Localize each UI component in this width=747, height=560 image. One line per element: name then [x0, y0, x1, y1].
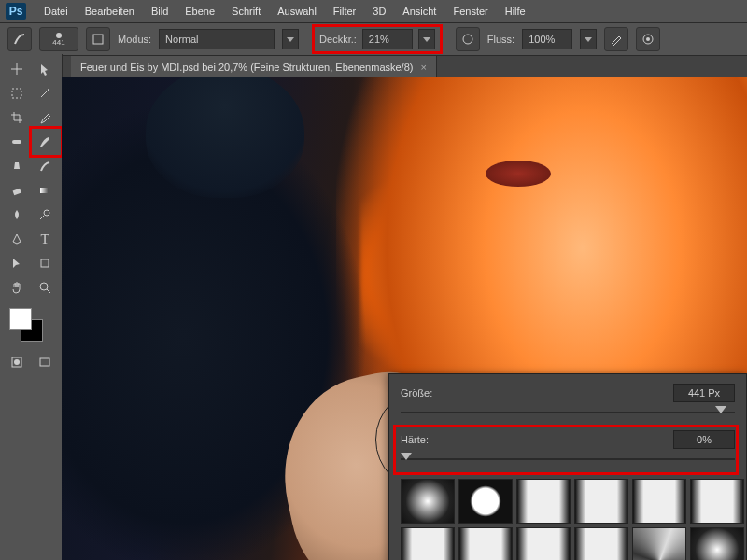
blur-tool[interactable]	[4, 203, 30, 226]
menu-bearbeiten[interactable]: Bearbeiten	[77, 6, 143, 17]
tools-panel: T	[0, 54, 63, 560]
opacity-label: Deckkr.:	[319, 34, 357, 45]
size-field[interactable]: 441 Px	[673, 384, 735, 402]
quickmask-icon[interactable]	[4, 351, 30, 373]
menu-3d[interactable]: 3D	[364, 6, 394, 17]
blend-mode-select[interactable]: Normal	[159, 29, 275, 49]
menu-ansicht[interactable]: Ansicht	[394, 6, 444, 17]
path-selection-tool[interactable]	[4, 252, 30, 274]
document-tab[interactable]: Feuer und Eis by MDI.psd bei 20,7% (Fein…	[71, 56, 437, 78]
opacity-chevron[interactable]	[418, 29, 435, 49]
hand-tool[interactable]	[4, 276, 30, 299]
brush-tip[interactable]	[458, 479, 513, 524]
svg-point-3	[646, 37, 650, 41]
menu-fenster[interactable]: Fenster	[444, 6, 496, 17]
photoshop-logo: Ps	[6, 3, 26, 20]
brush-preset-panel: Größe: 441 Px Härte: 0%	[388, 373, 747, 560]
pen-tool[interactable]	[4, 228, 30, 250]
brush-tip[interactable]	[401, 479, 455, 524]
document-tab-bar: Feuer und Eis by MDI.psd bei 20,7% (Fein…	[0, 56, 747, 78]
blend-mode-chevron[interactable]	[282, 29, 299, 49]
image-lips	[486, 161, 551, 187]
eyedropper-tool[interactable]	[32, 106, 58, 129]
pressure-size-icon[interactable]	[636, 27, 660, 51]
menu-schrift[interactable]: Schrift	[223, 6, 269, 17]
airbrush-icon[interactable]	[604, 27, 628, 51]
brush-tip[interactable]	[690, 527, 744, 560]
clone-stamp-tool[interactable]	[4, 155, 30, 177]
healing-brush-tool[interactable]	[4, 131, 30, 153]
hardness-field[interactable]: 0%	[673, 430, 735, 449]
brush-tip[interactable]	[401, 527, 455, 560]
gradient-tool[interactable]	[32, 179, 58, 202]
menu-filter[interactable]: Filter	[325, 6, 364, 17]
selection-tool[interactable]	[32, 58, 58, 80]
brush-tip-grid	[401, 479, 746, 560]
svg-point-11	[40, 283, 48, 290]
document-canvas[interactable]: Größe: 441 Px Härte: 0%	[62, 77, 747, 560]
menu-datei[interactable]: Datei	[35, 6, 77, 17]
brush-tip[interactable]	[632, 527, 686, 560]
options-bar: 441 Modus: Normal Deckkr.: 21% Fluss: 10…	[0, 23, 747, 56]
flow-field[interactable]: 100%	[522, 29, 572, 49]
size-label: Größe:	[401, 387, 453, 399]
brush-preset-picker[interactable]: 441	[39, 27, 78, 51]
brush-tip[interactable]	[516, 479, 571, 524]
brush-tool[interactable]	[32, 131, 58, 153]
svg-rect-0	[93, 35, 103, 44]
brush-tip[interactable]	[632, 479, 686, 524]
magic-wand-tool[interactable]	[32, 82, 58, 105]
opacity-field[interactable]: 21%	[362, 29, 413, 49]
menu-hilfe[interactable]: Hilfe	[497, 6, 534, 17]
svg-point-9	[44, 210, 49, 216]
pressure-opacity-icon[interactable]	[456, 27, 480, 51]
hardness-slider[interactable]	[401, 451, 735, 468]
flow-chevron[interactable]	[580, 29, 597, 49]
shape-tool[interactable]	[32, 252, 58, 274]
document-title: Feuer und Eis by MDI.psd bei 20,7% (Fein…	[80, 62, 413, 73]
close-tab-icon[interactable]: ×	[420, 62, 426, 73]
image-beard	[146, 77, 304, 198]
foreground-color-swatch[interactable]	[9, 308, 32, 330]
eraser-tool[interactable]	[4, 179, 30, 202]
svg-rect-7	[13, 189, 21, 195]
menu-bar: Ps Datei Bearbeiten Bild Ebene Schrift A…	[0, 0, 747, 23]
svg-rect-14	[40, 358, 49, 366]
tool-preset-icon[interactable]	[7, 27, 32, 51]
svg-point-5	[48, 89, 49, 91]
hardness-label: Härte:	[401, 434, 453, 445]
svg-point-1	[463, 35, 472, 44]
brush-panel-toggle-icon[interactable]	[86, 27, 110, 51]
screenmode-icon[interactable]	[32, 351, 58, 373]
menu-bild[interactable]: Bild	[143, 6, 176, 17]
opacity-highlight: Deckkr.: 21%	[312, 24, 443, 54]
size-slider[interactable]	[401, 404, 735, 421]
zoom-tool[interactable]	[32, 276, 58, 299]
dodge-tool[interactable]	[32, 203, 58, 226]
flow-label: Fluss:	[487, 34, 514, 45]
svg-rect-4	[12, 89, 21, 98]
brush-tip[interactable]	[574, 479, 628, 524]
history-brush-tool[interactable]	[32, 155, 58, 177]
brush-tip[interactable]	[458, 527, 513, 560]
mode-label: Modus:	[118, 34, 151, 45]
type-tool[interactable]: T	[32, 228, 58, 250]
move-tool[interactable]	[4, 58, 30, 80]
svg-rect-8	[40, 188, 49, 193]
svg-rect-6	[12, 140, 21, 144]
brush-tip[interactable]	[516, 527, 571, 560]
brush-tip[interactable]	[690, 479, 744, 524]
svg-rect-10	[41, 259, 49, 267]
svg-point-13	[14, 359, 20, 365]
marquee-tool[interactable]	[4, 82, 30, 105]
crop-tool[interactable]	[4, 106, 30, 129]
brush-tip[interactable]	[574, 527, 628, 560]
color-swatches[interactable]	[9, 308, 43, 342]
menu-ebene[interactable]: Ebene	[176, 6, 223, 17]
menu-auswahl[interactable]: Auswahl	[269, 6, 325, 17]
